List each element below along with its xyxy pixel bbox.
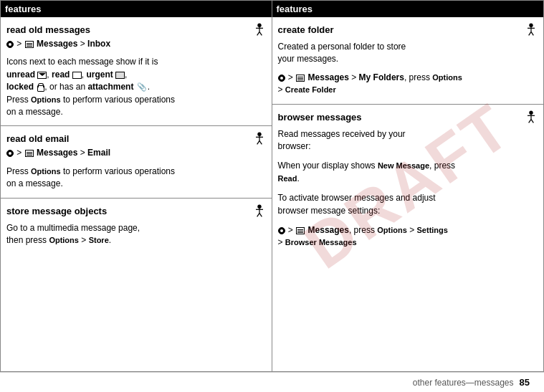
create-folder-nav: > Messages > My Folders, press Options >… [278, 70, 538, 98]
nav-dot-1 [6, 41, 14, 48]
svg-line-19 [531, 32, 533, 35]
attach-icon-1: 📎 [137, 82, 147, 93]
page-wrapper: features read old messages [0, 0, 544, 392]
svg-line-13 [257, 213, 259, 216]
svg-line-9 [259, 141, 262, 145]
store-message-objects-section: store message objects Go to a multimedia… [1, 199, 272, 371]
lock-icon-1 [37, 83, 44, 92]
footer-page-number: 85 [520, 377, 530, 388]
menu-icon-2 [25, 150, 34, 157]
read-old-email-section: read old email > Messages > [1, 126, 272, 198]
create-folder-title: create folder [278, 21, 538, 37]
read-old-email-title: read old email [6, 130, 266, 145]
svg-point-0 [257, 24, 260, 27]
nav-dot-2 [6, 150, 14, 157]
left-header: features [1, 1, 272, 17]
svg-line-18 [529, 32, 531, 35]
svg-point-15 [530, 24, 533, 27]
accessibility-icon-4 [523, 21, 539, 37]
read-old-email-desc: Press Options to perform various operati… [6, 164, 266, 192]
svg-line-23 [529, 119, 531, 123]
right-header: features [272, 1, 544, 17]
svg-line-14 [259, 213, 262, 216]
accessibility-icon-5 [523, 109, 539, 125]
store-message-objects-title: store message objects [6, 203, 266, 218]
browser-messages-section: browser messages Read messages received … [272, 105, 544, 371]
read-old-messages-nav: > Messages > Inbox [6, 37, 266, 52]
accessibility-icon-3 [252, 203, 267, 219]
left-header-label: features [5, 4, 42, 14]
svg-point-5 [257, 133, 260, 135]
menu-icon-1 [25, 41, 34, 48]
svg-point-10 [257, 205, 260, 208]
svg-point-20 [530, 111, 533, 114]
browser-messages-body3: To activate browser messages and adjustb… [278, 191, 538, 219]
right-header-label: features [277, 4, 313, 14]
svg-line-24 [531, 119, 533, 123]
browser-messages-body2: When your display shows New Message, pre… [278, 158, 538, 186]
nav-dot-3 [278, 75, 285, 82]
svg-line-4 [259, 32, 262, 35]
content-area: features read old messages [0, 0, 544, 372]
store-message-objects-desc: Go to a multimedia message page, then pr… [6, 221, 266, 249]
browser-messages-title: browser messages [278, 109, 538, 124]
footer-bar: other features—messages 85 [0, 372, 544, 392]
read-old-messages-desc: Icons next to each message show if it is… [6, 54, 266, 120]
svg-line-3 [257, 32, 259, 35]
read-old-email-nav: > Messages > Email [6, 145, 266, 161]
read-old-messages-section: read old messages > Message [1, 17, 272, 126]
create-folder-desc: Created a personal folder to storeyour m… [278, 39, 538, 67]
left-column: features read old messages [1, 1, 272, 371]
browser-messages-body1: Read messages received by yourbrowser: [278, 127, 538, 155]
read-old-messages-title: read old messages [6, 21, 266, 37]
menu-icon-4 [296, 227, 305, 234]
footer-section-label: other features—messages [413, 378, 514, 388]
accessibility-icon-2 [252, 130, 267, 146]
create-folder-section: create folder Created a personal folder … [272, 17, 544, 105]
menu-icon-3 [296, 75, 305, 82]
right-column: DRAFT features create folder [272, 1, 544, 371]
svg-line-8 [257, 141, 259, 145]
browser-messages-nav: > Messages, press Options > Settings > B… [278, 223, 538, 251]
nav-dot-4 [278, 227, 285, 234]
accessibility-icon-1 [252, 21, 267, 37]
